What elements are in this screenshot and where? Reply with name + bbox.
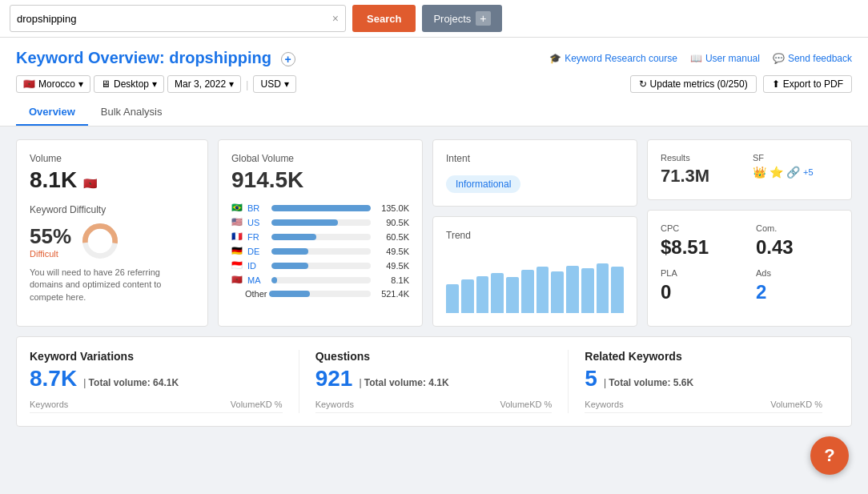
related-keywords-col: Keywords [585, 400, 770, 409]
send-feedback-link[interactable]: 💬 Send feedback [773, 53, 852, 64]
cpc-item: CPC $8.51 [661, 223, 743, 259]
tabs-row: Overview Bulk Analysis [16, 99, 852, 126]
related-keywords-col: Related Keywords 5 | Total volume: 5.6K … [569, 350, 838, 413]
related-total: | Total volume: 5.6K [604, 377, 693, 388]
tab-bulk-analysis[interactable]: Bulk Analysis [88, 99, 175, 126]
currency-filter[interactable]: USD ▾ [253, 75, 295, 93]
kd-description: You will need to have 26 referring domai… [30, 267, 195, 303]
trend-bar-5 [506, 277, 519, 313]
ads-item: Ads 2 [756, 268, 838, 303]
ma-val: 8.1K [376, 275, 409, 285]
volume-card: Volume 8.1K 🇲🇦 Keyword Difficulty 55% Di… [16, 139, 208, 327]
other-val: 521.4K [376, 289, 409, 299]
trend-bar-6 [521, 270, 534, 313]
gv-label: Global Volume [231, 153, 409, 164]
refresh-icon: ↻ [639, 78, 647, 90]
projects-plus-icon[interactable]: + [476, 11, 490, 26]
country-us: 🇺🇸 US 90.5K [231, 217, 409, 227]
add-keyword-icon[interactable]: + [281, 52, 295, 66]
questions-kd-col: KD % [529, 400, 552, 409]
star-icon: ⭐ [770, 166, 783, 179]
results-sf-grid: Results 71.3M SF 👑 ⭐ 🔗 +5 [661, 153, 838, 187]
trend-label: Trend [446, 230, 624, 241]
results-metrics-col: Results 71.3M SF 👑 ⭐ 🔗 +5 [647, 139, 852, 327]
sf-more[interactable]: +5 [803, 167, 814, 177]
chat-icon: 💬 [773, 53, 785, 64]
metrics-card: CPC $8.51 Com. 0.43 PLA 0 Ads 2 [647, 210, 852, 327]
variations-keywords-col: Keywords [30, 400, 231, 409]
projects-button[interactable]: Projects + [422, 5, 501, 32]
variations-volume-col: Volume [231, 400, 260, 409]
pla-label: PLA [661, 268, 743, 278]
link-icon: 🔗 [786, 166, 800, 179]
questions-volume-col: Volume [500, 400, 530, 409]
user-manual-link[interactable]: 📖 User manual [690, 53, 760, 64]
related-value[interactable]: 5 [585, 366, 597, 392]
country-de: 🇩🇪 DE 49.5K [231, 246, 409, 256]
us-flag: 🇺🇸 [231, 217, 243, 227]
related-kd-col: KD % [800, 400, 822, 409]
com-value: 0.43 [756, 236, 838, 259]
date-filter[interactable]: Mar 3, 2022 ▾ [167, 75, 241, 93]
ads-label: Ads [756, 268, 838, 278]
cpc-label: CPC [661, 223, 743, 233]
search-input[interactable] [10, 13, 326, 25]
tab-overview[interactable]: Overview [16, 99, 88, 126]
variations-kd-col: KD % [260, 400, 283, 409]
other-bar [269, 291, 371, 297]
clear-icon[interactable]: × [326, 12, 345, 25]
results-label: Results [661, 153, 746, 163]
export-pdf-button[interactable]: ⬆ Export to PDF [763, 75, 852, 93]
intent-trend-col: Intent Informational Trend [432, 139, 637, 327]
questions-value[interactable]: 921 [315, 366, 353, 392]
header-links: 🎓 Keyword Research course 📖 User manual … [549, 53, 852, 64]
sf-label: SF [753, 153, 838, 163]
keywords-section: Keyword Variations 8.7K | Total volume: … [16, 336, 852, 427]
trend-bar-9 [566, 266, 579, 313]
sf-item: SF 👑 ⭐ 🔗 +5 [753, 153, 838, 187]
pla-value: 0 [661, 281, 743, 303]
search-button[interactable]: Search [352, 5, 416, 32]
country-br: 🇧🇷 BR 135.0K [231, 203, 409, 213]
id-flag: 🇮🇩 [231, 260, 243, 271]
pla-item: PLA 0 [661, 268, 743, 303]
cpc-value: $8.51 [661, 236, 743, 259]
trend-bar-8 [551, 271, 564, 313]
kd-percent: 55% [30, 224, 71, 249]
chevron-down-icon: ▾ [78, 78, 83, 90]
title-row: Keyword Overview: dropshipping + 🎓 Keywo… [16, 49, 852, 67]
ads-value: 2 [756, 281, 838, 303]
projects-label: Projects [433, 13, 471, 25]
fr-flag: 🇫🇷 [231, 231, 243, 242]
keywords-row: Keyword Variations 8.7K | Total volume: … [30, 350, 838, 413]
keyword-research-course-link[interactable]: 🎓 Keyword Research course [549, 53, 677, 64]
related-title: Related Keywords [585, 350, 822, 363]
trend-bar-4 [491, 273, 504, 313]
country-ma: 🇲🇦 MA 8.1K [231, 275, 409, 285]
trend-bar-12 [611, 267, 624, 313]
cards-row: Volume 8.1K 🇲🇦 Keyword Difficulty 55% Di… [16, 139, 852, 327]
morocco-flag-small: 🇲🇦 [83, 177, 97, 190]
variations-value[interactable]: 8.7K [30, 366, 77, 392]
sf-icons: 👑 ⭐ 🔗 +5 [753, 166, 838, 179]
questions-total: | Total volume: 4.1K [359, 377, 448, 388]
country-filter[interactable]: 🇲🇦 Morocco ▾ [16, 75, 90, 93]
book-icon: 📖 [690, 53, 702, 64]
crown-icon: 👑 [753, 166, 766, 179]
us-val: 90.5K [376, 218, 409, 227]
trend-bar-1 [446, 284, 459, 313]
de-flag: 🇩🇪 [231, 246, 243, 256]
action-buttons: ↻ Update metrics (0/250) ⬆ Export to PDF [630, 75, 852, 93]
keyword-variations-col: Keyword Variations 8.7K | Total volume: … [30, 350, 299, 413]
update-metrics-button[interactable]: ↻ Update metrics (0/250) [630, 75, 757, 93]
intent-badge: Informational [446, 175, 520, 193]
de-val: 49.5K [376, 247, 409, 256]
top-bar: × Search Projects + [0, 0, 868, 38]
chevron-down-icon4: ▾ [284, 78, 289, 90]
device-filter[interactable]: 🖥 Desktop ▾ [94, 75, 164, 93]
br-code: BR [247, 203, 267, 213]
questions-keywords-col: Keywords [315, 400, 500, 409]
kd-section: Keyword Difficulty 55% Difficult You wil… [30, 204, 195, 303]
volume-value: 8.1K 🇲🇦 [30, 167, 195, 193]
trend-card: Trend [432, 216, 637, 327]
